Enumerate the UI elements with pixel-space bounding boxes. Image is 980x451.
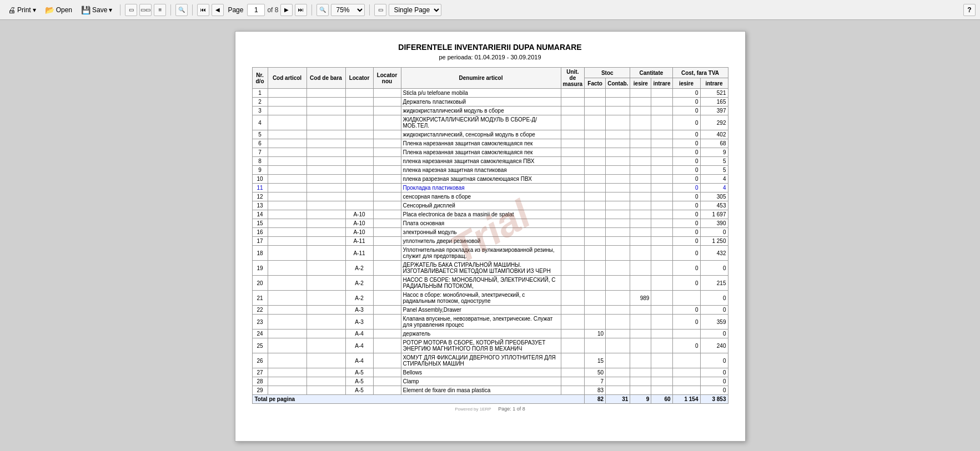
table-row: 3жидкокристаллический модуль в сборе0397 <box>252 107 728 115</box>
header-cost-iesire: iesire <box>672 78 700 89</box>
header-cod-art: Cod articol <box>268 68 306 89</box>
table-row: 18A-11Уплотнительная прокладка из вулкан… <box>252 246 728 261</box>
table-row: 4ЖИДКОКРИСТАЛЛИЧЕСКИЙ МОДУЛЬ В СБОРЕ-Д/М… <box>252 115 728 130</box>
header-contab: Contab. <box>606 78 630 89</box>
print-icon: 🖨 <box>8 6 16 14</box>
table-row: 11Прокладка пластиковая04 <box>252 184 728 192</box>
table-row: 13Сенсорный дисплей0453 <box>252 201 728 210</box>
header-facto: Facto <box>585 78 606 89</box>
table-row: 5жидкокристаллический, сенсорный модуль … <box>252 130 728 139</box>
total-label: Total pe pagina <box>252 395 585 404</box>
total-cant-ies: 9 <box>630 395 651 404</box>
table-row: 10пленка разрезная защитная самоклеющаяс… <box>252 175 728 184</box>
separator-1 <box>120 4 120 16</box>
print-label: Print <box>17 6 31 14</box>
view-cont-icon[interactable]: ≡ <box>154 4 166 16</box>
separator-3 <box>192 4 193 16</box>
table-row: 16A-10электронный модуль00 <box>252 228 728 237</box>
total-row: Total pe pagina 82 31 9 60 1 154 3 853 <box>252 395 728 404</box>
inventory-table: Nr.d/o Cod articol Cod de bara Locator L… <box>252 67 728 404</box>
zoom-icon[interactable]: 🔍 <box>316 4 329 16</box>
view-double-icon[interactable]: ▭▭ <box>139 4 152 16</box>
save-icon: 💾 <box>81 6 91 14</box>
document-subtitle: pe perioada: 01.04.2019 - 30.09.2019 <box>252 54 728 60</box>
table-row: 6Пленка нарезанная защитная самоклеящаяс… <box>252 139 728 148</box>
total-cost-ies: 1 154 <box>672 395 700 404</box>
page-footer: Powered by 1ERP Page: 1 of 8 <box>252 406 728 412</box>
total-facto: 82 <box>585 395 606 404</box>
total-cost-intr: 3 853 <box>700 395 728 404</box>
table-row: 7Пленка нарезанная защитная самоклеящаяс… <box>252 148 728 157</box>
save-button[interactable]: 💾 Save ▾ <box>78 4 115 16</box>
table-row: 29A-5Element de fixare din masa plastica… <box>252 386 728 395</box>
total-contab: 31 <box>606 395 630 404</box>
zoom-select[interactable]: 75% 50% 100% 125% <box>331 4 365 16</box>
first-page-button[interactable]: ⏮ <box>197 4 209 16</box>
separator-4 <box>311 4 312 16</box>
header-cost: Cost, fara TVA <box>672 68 728 78</box>
open-button[interactable]: 📂 Open <box>42 4 76 16</box>
header-locator: Locator <box>345 68 373 89</box>
page-input[interactable] <box>247 4 265 16</box>
header-cant-intrare: intrare <box>651 78 672 89</box>
page-number: Page: 1 of 8 <box>498 406 525 412</box>
print-dropdown-icon: ▾ <box>33 6 36 14</box>
view-mode-select[interactable]: Single Page Two Pages Continuous <box>389 4 441 16</box>
header-denumire: Denumire articol <box>401 68 561 89</box>
prev-page-button[interactable]: ◀ <box>212 4 224 16</box>
table-row: 27A-5Bellows500 <box>252 368 728 377</box>
print-button[interactable]: 🖨 Print ▾ <box>4 4 39 16</box>
header-cod-bara: Cod de bara <box>306 68 345 89</box>
table-row: 22A-3Panel Assembly,Drawer00 <box>252 306 728 315</box>
header-cost-intrare: intrare <box>700 78 728 89</box>
header-locator-nou: Locator nou <box>373 68 401 89</box>
table-row: 20A-2НАСОС В СБОРЕ: МОНОБЛОЧНЫЙ, ЭЛЕКТРИ… <box>252 276 728 291</box>
page-total-label: of 8 <box>267 6 278 14</box>
separator-2 <box>170 4 171 16</box>
table-row: 2Держатель пластиковый0165 <box>252 98 728 107</box>
header-nr: Nr.d/o <box>252 68 268 89</box>
header-unit: Unit. de masura <box>561 68 585 89</box>
help-button[interactable]: ? <box>963 4 976 16</box>
table-row: 19A-2ДЕРЖАТЕЛЬ БАКА СТИРАЛЬНОЙ МАШИНЫ. И… <box>252 261 728 276</box>
view-mode-icon[interactable]: ▭ <box>374 4 386 16</box>
find-button[interactable]: 🔍 <box>175 4 188 16</box>
document-page: Trial DIFERENTELE INVENTARIERII DUPA NUM… <box>235 31 746 442</box>
table-row: 14A-10Placa electronica de baza a masini… <box>252 210 728 219</box>
open-icon: 📂 <box>45 6 54 14</box>
table-row: 17A-11уплотнитель двери резиновой01 250 <box>252 237 728 246</box>
open-label: Open <box>56 6 72 14</box>
last-page-button[interactable]: ⏭ <box>295 4 307 16</box>
powered-by: Powered by 1ERP <box>455 407 491 412</box>
document-area: Trial DIFERENTELE INVENTARIERII DUPA NUM… <box>0 20 980 451</box>
table-row: 15A-10Плата основная0390 <box>252 219 728 228</box>
table-row: 12сенсорная панель в сборе0305 <box>252 192 728 201</box>
separator-5 <box>369 4 370 16</box>
table-row: 1Sticla p/u telefoane mobila0521 <box>252 89 728 98</box>
total-cant-intr: 60 <box>651 395 672 404</box>
view-single-icon[interactable]: ▭ <box>125 4 137 16</box>
table-row: 8пленка нарезанная защитная самоклеящаяс… <box>252 157 728 166</box>
table-row: 28A-5Clamp70 <box>252 377 728 386</box>
header-cant-iesire: iesire <box>630 78 651 89</box>
save-dropdown-icon: ▾ <box>109 6 112 14</box>
page-label-prefix: Page <box>228 6 243 14</box>
table-row: 25A-4РОТОР МОТОРА В СБОРЕ, КОТОРЫЙ ПРЕОБ… <box>252 338 728 353</box>
table-row: 21A-2Насос в сборе: моноблочный, электри… <box>252 291 728 306</box>
document-title: DIFERENTELE INVENTARIERII DUPA NUMARARE <box>252 43 728 52</box>
table-row: 23A-3Клапана впускные, невозвратные, эле… <box>252 315 728 330</box>
save-label: Save <box>92 6 107 14</box>
header-stoc: Stoc <box>585 68 630 78</box>
table-row: 9пленка нарезная защитная пластиковая05 <box>252 166 728 175</box>
next-page-button[interactable]: ▶ <box>280 4 293 16</box>
header-cantitate: Cantitate <box>630 68 672 78</box>
table-row: 26A-4ХОМУТ ДЛЯ ФИКСАЦИИ ДВЕРНОГО УПЛОТНИ… <box>252 353 728 368</box>
table-row: 24A-4держатель100 <box>252 330 728 338</box>
